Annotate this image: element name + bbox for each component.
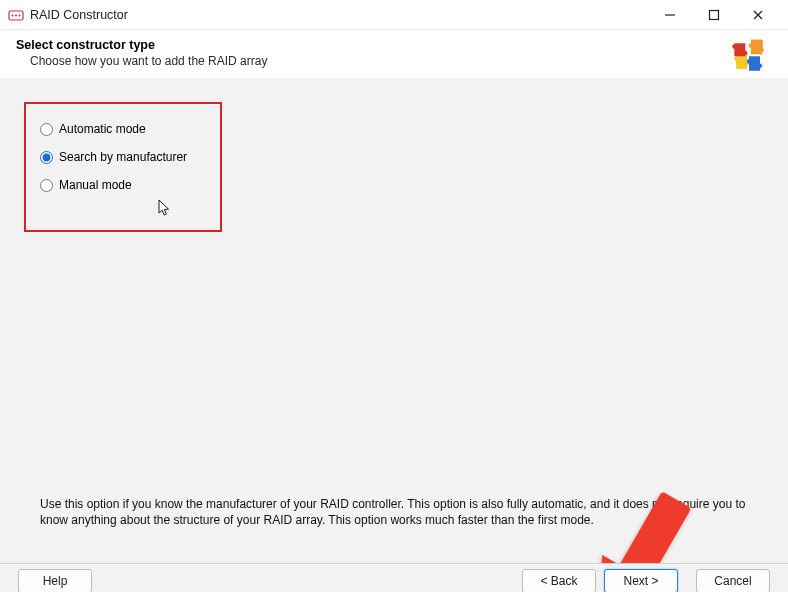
option-search-by-manufacturer[interactable]: Search by manufacturer (40, 150, 208, 164)
minimize-button[interactable] (648, 1, 692, 29)
page-subtitle: Choose how you want to add the RAID arra… (16, 54, 726, 68)
app-icon (8, 7, 24, 23)
option-manual-mode[interactable]: Manual mode (40, 178, 208, 192)
svg-rect-5 (710, 10, 719, 19)
option-description: Use this option if you know the manufact… (40, 496, 758, 528)
constructor-options-highlight: Automatic mode Search by manufacturer Ma… (24, 102, 222, 232)
svg-point-2 (15, 14, 17, 16)
help-button[interactable]: Help (18, 569, 92, 593)
svg-point-1 (12, 14, 14, 16)
radio-manual-mode[interactable] (40, 179, 53, 192)
cursor-icon (158, 199, 172, 217)
puzzle-icon (726, 36, 772, 80)
titlebar: RAID Constructor (0, 0, 788, 30)
label-automatic-mode: Automatic mode (59, 122, 146, 136)
page-title: Select constructor type (16, 38, 726, 52)
close-button[interactable] (736, 1, 780, 29)
option-automatic-mode[interactable]: Automatic mode (40, 122, 208, 136)
cancel-button[interactable]: Cancel (696, 569, 770, 593)
label-manual-mode: Manual mode (59, 178, 132, 192)
wizard-body: Automatic mode Search by manufacturer Ma… (0, 78, 788, 598)
radio-search-by-manufacturer[interactable] (40, 151, 53, 164)
svg-point-3 (19, 14, 21, 16)
window-title: RAID Constructor (30, 8, 128, 22)
next-button[interactable]: Next > (604, 569, 678, 593)
radio-automatic-mode[interactable] (40, 123, 53, 136)
label-search-by-manufacturer: Search by manufacturer (59, 150, 187, 164)
maximize-button[interactable] (692, 1, 736, 29)
back-button[interactable]: < Back (522, 569, 596, 593)
